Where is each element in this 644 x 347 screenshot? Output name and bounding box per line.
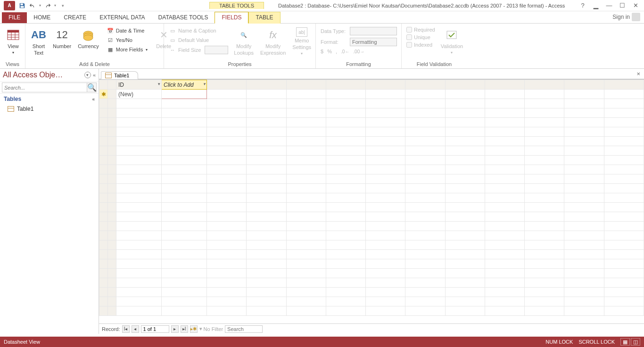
name-caption-icon: ▭ bbox=[169, 27, 176, 34]
number-button[interactable]: 12 Number bbox=[51, 26, 73, 50]
format-input bbox=[350, 38, 397, 46]
increase-decimals-icon: .0← bbox=[341, 49, 349, 54]
default-value-button: ▭Default Value bbox=[168, 36, 229, 44]
status-scrolllock: SCROLL LOCK bbox=[578, 339, 615, 345]
modify-lookups-button: 🔍 ModifyLookups bbox=[232, 26, 256, 57]
sign-in-label: Sign in bbox=[612, 14, 630, 20]
group-formatting-label: Formatting bbox=[320, 60, 397, 68]
format-row: Format: bbox=[320, 37, 398, 47]
number-icon: 12 bbox=[55, 27, 70, 42]
more-fields-button[interactable]: ▦More Fields▾ bbox=[106, 45, 149, 54]
cell-id-new[interactable]: (New) bbox=[116, 90, 162, 99]
help-icon[interactable]: ? bbox=[577, 2, 588, 9]
svg-rect-3 bbox=[8, 30, 19, 33]
filter-icon: ▾ bbox=[199, 326, 202, 332]
qat-undo-more-icon[interactable]: ▾ bbox=[38, 1, 42, 10]
qat-undo-icon[interactable] bbox=[27, 1, 38, 10]
number-format-row: $ % , .0← .00→ bbox=[320, 48, 398, 55]
date-time-button[interactable]: 📅Date & Time bbox=[106, 26, 149, 35]
memo-settings-button: ab| MemoSettings ▾ bbox=[290, 26, 313, 58]
nav-search-icon[interactable]: 🔍 bbox=[87, 83, 97, 92]
record-next-icon[interactable]: ▸ bbox=[171, 325, 179, 333]
qat-redo-more-icon[interactable]: ▾ bbox=[53, 1, 58, 10]
data-type-row: Data Type: bbox=[320, 26, 398, 36]
nav-category-collapse-icon[interactable]: « bbox=[92, 97, 95, 102]
svg-point-10 bbox=[83, 35, 93, 41]
qat-redo-icon[interactable] bbox=[42, 1, 53, 10]
group-views-label: Views bbox=[4, 60, 21, 68]
qat-save-icon[interactable] bbox=[17, 1, 27, 10]
sign-in[interactable]: Sign in bbox=[609, 11, 644, 23]
record-position-input[interactable] bbox=[141, 325, 169, 333]
group-validation-label: Field Validation bbox=[405, 60, 463, 68]
column-dropdown-icon[interactable]: ▾ bbox=[203, 82, 206, 86]
column-header-id[interactable]: ID▾ bbox=[116, 80, 162, 90]
tab-fields[interactable]: FIELDS bbox=[215, 12, 248, 24]
more-fields-icon: ▦ bbox=[107, 46, 114, 53]
active-cell[interactable] bbox=[162, 90, 207, 99]
table-icon bbox=[8, 106, 14, 112]
currency-icon bbox=[81, 27, 96, 42]
nav-search-input[interactable] bbox=[2, 83, 87, 92]
percent-format-icon: % bbox=[327, 49, 332, 54]
currency-format-icon: $ bbox=[321, 49, 323, 54]
no-filter-indicator[interactable]: ▾No Filter bbox=[199, 326, 223, 332]
nav-pane-menu-icon[interactable]: ▾ bbox=[84, 72, 91, 78]
short-text-button[interactable]: AB ShortText bbox=[29, 26, 48, 57]
column-header-click-to-add[interactable]: Click to Add▾ bbox=[162, 80, 207, 90]
tab-database-tools[interactable]: DATABASE TOOLS bbox=[152, 12, 215, 23]
record-last-icon[interactable]: ▸I bbox=[181, 325, 188, 333]
indexed-checkbox: Indexed bbox=[405, 41, 436, 48]
modify-lookups-icon: 🔍 bbox=[236, 27, 251, 42]
maximize-icon[interactable]: ☐ bbox=[617, 2, 628, 9]
nav-pane-collapse-icon[interactable]: « bbox=[93, 72, 96, 78]
tab-table[interactable]: TABLE bbox=[248, 12, 280, 24]
nav-category-tables[interactable]: Tables « bbox=[0, 94, 99, 104]
expand-header bbox=[108, 80, 116, 90]
field-size-icon: ↔ bbox=[169, 46, 176, 54]
date-time-icon: 📅 bbox=[107, 27, 114, 34]
record-search-input[interactable] bbox=[225, 325, 263, 333]
close-icon[interactable]: ✕ bbox=[630, 2, 641, 9]
new-record-selector[interactable]: ✱ bbox=[99, 90, 108, 99]
view-button[interactable]: View▾ bbox=[4, 26, 23, 57]
field-size-button: ↔Field Size bbox=[168, 45, 229, 55]
short-text-icon: AB bbox=[31, 27, 46, 42]
yes-no-button[interactable]: ☑Yes/No bbox=[106, 36, 149, 44]
view-datasheet-icon[interactable]: ▦ bbox=[620, 338, 630, 346]
data-type-input bbox=[350, 27, 397, 35]
column-dropdown-icon[interactable]: ▾ bbox=[158, 82, 160, 86]
tab-create[interactable]: CREATE bbox=[57, 12, 93, 23]
currency-button[interactable]: Currency bbox=[76, 26, 101, 50]
validation-icon bbox=[444, 27, 459, 42]
nav-pane-title[interactable]: All Access Obje… bbox=[3, 71, 83, 79]
qat-customize-icon[interactable]: ▾ bbox=[58, 1, 68, 10]
minimize-icon[interactable]: ― bbox=[603, 2, 615, 9]
table-icon bbox=[105, 73, 112, 78]
tab-external-data[interactable]: EXTERNAL DATA bbox=[93, 12, 151, 23]
group-add-delete-label: Add & Delete bbox=[29, 60, 160, 68]
decrease-decimals-icon: .00→ bbox=[353, 49, 364, 54]
document-tab-table1[interactable]: Table1 bbox=[101, 71, 138, 79]
required-checkbox: Required bbox=[405, 26, 436, 33]
modify-expression-button: fx ModifyExpression bbox=[258, 26, 288, 57]
select-all-cell[interactable] bbox=[99, 80, 108, 90]
access-app-icon: A bbox=[4, 1, 15, 10]
yes-no-icon: ☑ bbox=[107, 36, 114, 44]
ribbon-collapse-icon[interactable]: ▁ bbox=[590, 2, 602, 9]
nav-item-table1[interactable]: Table1 bbox=[0, 104, 99, 114]
document-close-icon[interactable]: × bbox=[636, 70, 640, 77]
record-new-icon[interactable]: ▸✱ bbox=[190, 325, 198, 333]
record-prev-icon[interactable]: ◂ bbox=[132, 325, 139, 333]
svg-rect-11 bbox=[447, 31, 456, 39]
contextual-tab-title: TABLE TOOLS bbox=[209, 2, 264, 9]
tab-home[interactable]: HOME bbox=[27, 12, 57, 23]
comma-format-icon: , bbox=[336, 49, 337, 54]
name-caption-button: ▭Name & Caption bbox=[168, 26, 229, 35]
group-properties-label: Properties bbox=[168, 60, 312, 68]
memo-settings-icon: ab| bbox=[296, 27, 307, 37]
record-first-icon[interactable]: I◂ bbox=[122, 325, 130, 333]
tab-file[interactable]: FILE bbox=[2, 12, 27, 23]
expand-row-icon[interactable] bbox=[108, 90, 116, 99]
view-design-icon[interactable]: ◫ bbox=[631, 338, 640, 346]
